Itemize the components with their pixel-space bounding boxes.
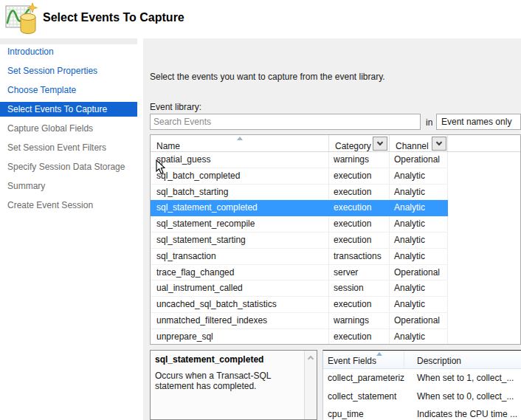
table-row[interactable]: unprepare_sql execution Analytic xyxy=(151,329,520,345)
column-header-description[interactable]: Description xyxy=(404,351,521,368)
channel-filter-button[interactable] xyxy=(432,137,446,151)
table-row[interactable]: spatial_guess warnings Operational xyxy=(151,152,520,168)
column-header-event-fields[interactable]: Event Fields xyxy=(323,351,404,368)
event-channel: Analytic xyxy=(390,297,448,313)
event-category: warnings xyxy=(329,313,390,329)
chevron-down-icon xyxy=(436,140,442,145)
sort-ascending-icon xyxy=(237,137,243,140)
database-cylinder-icon xyxy=(21,14,35,34)
scroll-up-icon[interactable] xyxy=(308,356,314,362)
sidebar-item-set-session-event-filters[interactable]: Set Session Event Filters xyxy=(0,140,137,155)
event-category: warnings xyxy=(329,152,390,168)
table-row[interactable]: unmatched_filtered_indexes warnings Oper… xyxy=(151,313,520,329)
event-category: execution xyxy=(329,185,390,201)
event-category: server xyxy=(329,265,390,281)
wizard-window: Select Events To Capture Introduction Se… xyxy=(0,0,521,420)
table-row[interactable]: sql_transaction transactions Analytic xyxy=(151,249,520,265)
event-channel: Analytic xyxy=(390,280,448,297)
header-divider xyxy=(0,38,137,44)
event-channel: Analytic xyxy=(390,233,448,249)
field-row[interactable]: collect_statement When set to 0, collect… xyxy=(323,388,521,406)
page-title: Select Events To Capture xyxy=(43,11,184,24)
sidebar-main-divider xyxy=(137,38,143,420)
description-scrollbar[interactable] xyxy=(304,351,317,419)
event-name: spatial_guess xyxy=(151,152,329,168)
event-channel: Operational xyxy=(390,265,448,281)
category-filter-button[interactable] xyxy=(373,137,387,151)
event-name: sql_statement_recompile xyxy=(151,216,329,233)
event-category: execution xyxy=(329,200,390,216)
event-name: sql_statement_completed xyxy=(151,200,329,216)
event-fields-header: Event Fields Description xyxy=(323,351,521,369)
event-library-table: Name Category Channel spatial_guess warn… xyxy=(150,134,521,345)
event-description-title: sql_statement_completed xyxy=(155,354,263,365)
events-wizard-icon xyxy=(4,2,38,36)
event-category: execution xyxy=(329,329,390,345)
field-description: When set to 0, collect_... xyxy=(404,388,521,406)
event-category: execution xyxy=(329,233,390,249)
event-name: trace_flag_changed xyxy=(151,265,329,281)
event-category: execution xyxy=(329,168,390,185)
main-pane: Select the events you want to capture fr… xyxy=(143,38,521,420)
search-scope-dropdown[interactable]: Event names only xyxy=(436,114,521,130)
event-category: transactions xyxy=(329,249,390,265)
field-row[interactable]: collect_parameterized_... When set to 1,… xyxy=(323,369,521,388)
event-category: session xyxy=(329,280,390,297)
field-name: cpu_time xyxy=(323,405,404,420)
event-category: execution xyxy=(329,216,390,233)
table-row[interactable]: trace_flag_changed server Operational xyxy=(151,265,520,281)
table-row[interactable]: sql_batch_completed execution Analytic xyxy=(151,168,520,185)
sort-ascending-icon xyxy=(376,352,382,356)
sidebar-item-summary[interactable]: Summary xyxy=(0,179,137,193)
sidebar-item-choose-template[interactable]: Choose Template xyxy=(0,83,137,97)
table-row-selected[interactable]: sql_statement_completed execution Analyt… xyxy=(151,200,520,216)
event-description-panel: sql_statement_completed Occurs when a Tr… xyxy=(150,350,317,420)
field-name: collect_statement xyxy=(323,388,404,406)
event-name: sql_batch_starting xyxy=(151,185,329,201)
event-channel: Operational xyxy=(390,152,448,168)
event-name: sql_batch_completed xyxy=(151,168,329,185)
instruction-text: Select the events you want to capture fr… xyxy=(150,72,385,82)
search-events-input[interactable] xyxy=(150,114,421,130)
event-library-label: Event library: xyxy=(150,102,201,112)
sidebar-item-create-event-session[interactable]: Create Event Session xyxy=(0,198,137,213)
sidebar-item-select-events-to-capture[interactable]: Select Events To Capture xyxy=(0,102,137,117)
event-name: sql_statement_starting xyxy=(151,233,329,249)
table-row[interactable]: sql_statement_starting execution Analyti… xyxy=(151,233,520,249)
table-row[interactable]: ual_instrument_called session Analytic xyxy=(151,280,520,297)
event-category: execution xyxy=(329,297,390,313)
event-channel: Analytic xyxy=(390,200,448,216)
sidebar-item-specify-session-data-storage[interactable]: Specify Session Data Storage xyxy=(0,159,137,174)
event-channel: Analytic xyxy=(390,168,448,185)
chevron-down-icon xyxy=(377,140,383,145)
event-description-text: Occurs when a Transact-SQL statement has… xyxy=(155,371,303,391)
table-row[interactable]: sql_statement_recompile execution Analyt… xyxy=(151,216,520,233)
event-name: unmatched_filtered_indexes xyxy=(151,313,329,329)
field-name: collect_parameterized_... xyxy=(323,369,404,388)
event-name: unprepare_sql xyxy=(151,329,329,345)
event-channel: Analytic xyxy=(390,329,448,345)
event-channel: Analytic xyxy=(390,185,448,201)
sidebar-item-capture-global-fields[interactable]: Capture Global Fields xyxy=(0,121,137,136)
sidebar-item-set-session-properties[interactable]: Set Session Properties xyxy=(0,63,137,78)
field-description: When set to 1, collect_... xyxy=(404,369,521,388)
sidebar-item-introduction[interactable]: Introduction xyxy=(0,44,137,59)
page-header: Select Events To Capture xyxy=(0,0,521,38)
table-row[interactable]: uncached_sql_batch_statistics execution … xyxy=(151,297,520,313)
event-channel: Operational xyxy=(390,313,448,329)
wizard-steps-sidebar: Introduction Set Session Properties Choo… xyxy=(0,44,137,420)
event-fields-panel: Event Fields Description collect_paramet… xyxy=(322,350,521,420)
event-name: uncached_sql_batch_statistics xyxy=(151,297,329,313)
event-name: ual_instrument_called xyxy=(151,280,329,297)
field-row[interactable]: cpu_time Indicates the CPU time ... xyxy=(323,405,521,420)
in-label: in xyxy=(426,117,432,128)
event-channel: Analytic xyxy=(390,249,448,265)
event-table-header: Name Category Channel xyxy=(151,135,520,152)
table-row[interactable]: sql_batch_starting execution Analytic xyxy=(151,185,520,201)
event-name: sql_transaction xyxy=(151,249,329,265)
field-description: Indicates the CPU time ... xyxy=(404,405,521,420)
event-channel: Analytic xyxy=(390,216,448,233)
